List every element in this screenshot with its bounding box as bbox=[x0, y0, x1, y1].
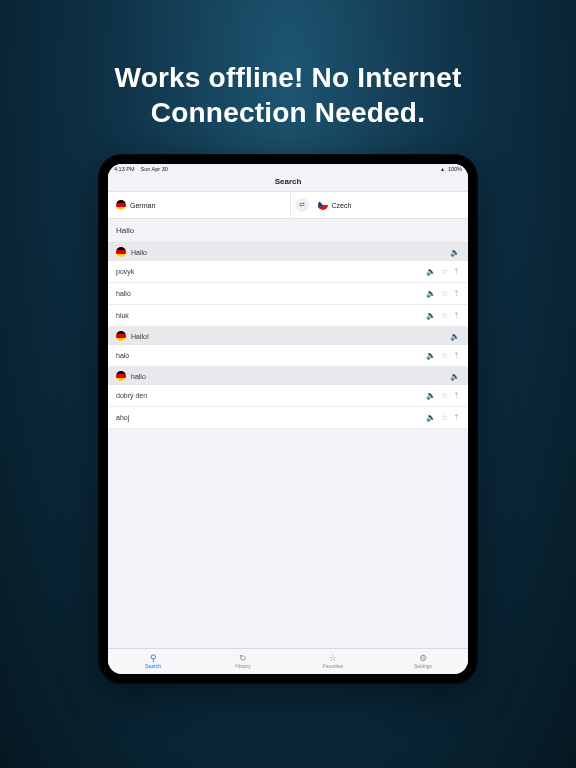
tablet-screen: 4:13 PM Sun Apr 30 ▴ 100% Search German … bbox=[108, 164, 468, 674]
share-icon[interactable]: ⇡ bbox=[453, 413, 460, 422]
star-icon: ☆ bbox=[329, 654, 337, 663]
share-icon[interactable]: ⇡ bbox=[453, 351, 460, 360]
czech-flag-icon bbox=[318, 200, 328, 210]
result-row[interactable]: ahoj 🔈 ☆ ⇡ bbox=[108, 407, 468, 429]
german-flag-icon bbox=[116, 200, 126, 210]
target-language-label: Czech bbox=[332, 202, 352, 209]
tab-favorites[interactable]: ☆ Favorites bbox=[288, 649, 378, 674]
favorite-icon[interactable]: ☆ bbox=[441, 413, 448, 422]
hero-line-1: Works offline! No Internet bbox=[30, 60, 546, 95]
favorite-icon[interactable]: ☆ bbox=[441, 267, 448, 276]
share-icon[interactable]: ⇡ bbox=[453, 267, 460, 276]
result-row[interactable]: hluk 🔈 ☆ ⇡ bbox=[108, 305, 468, 327]
speaker-icon[interactable]: 🔈 bbox=[450, 248, 460, 257]
speaker-icon[interactable]: 🔈 bbox=[426, 267, 436, 276]
result-row[interactable]: haló 🔈 ☆ ⇡ bbox=[108, 345, 468, 367]
battery-icon: 100% bbox=[448, 166, 462, 172]
search-query-text: Hallo bbox=[116, 226, 134, 235]
result-group-header: hallo 🔈 bbox=[108, 367, 468, 385]
share-icon[interactable]: ⇡ bbox=[453, 311, 460, 320]
group-word: Hallo! bbox=[131, 333, 149, 340]
history-icon: ↻ bbox=[239, 654, 247, 663]
status-date: Sun Apr 30 bbox=[141, 166, 168, 172]
favorite-icon[interactable]: ☆ bbox=[441, 289, 448, 298]
translation-text: dobrý den bbox=[116, 392, 147, 399]
german-flag-icon bbox=[116, 247, 126, 257]
nav-title: Search bbox=[108, 174, 468, 191]
group-word: Hallo bbox=[131, 249, 147, 256]
source-language-button[interactable]: German bbox=[108, 192, 290, 218]
tab-label: Favorites bbox=[323, 663, 344, 669]
source-language-label: German bbox=[130, 202, 155, 209]
hero-headline: Works offline! No Internet Connection Ne… bbox=[0, 0, 576, 154]
speaker-icon[interactable]: 🔈 bbox=[426, 351, 436, 360]
status-left: 4:13 PM Sun Apr 30 bbox=[114, 166, 441, 172]
status-right: ▴ 100% bbox=[441, 166, 462, 172]
german-flag-icon bbox=[116, 331, 126, 341]
result-group-header: Hallo 🔈 bbox=[108, 243, 468, 261]
speaker-icon[interactable]: 🔈 bbox=[450, 372, 460, 381]
tab-label: Search bbox=[145, 663, 161, 669]
hero-line-2: Connection Needed. bbox=[30, 95, 546, 130]
target-language-button[interactable]: ⇄ Czech bbox=[290, 192, 469, 218]
speaker-icon[interactable]: 🔈 bbox=[450, 332, 460, 341]
language-selector-row: German ⇄ Czech bbox=[108, 191, 468, 219]
tab-label: History bbox=[235, 663, 251, 669]
translation-text: hluk bbox=[116, 312, 129, 319]
group-word: hallo bbox=[131, 373, 146, 380]
share-icon[interactable]: ⇡ bbox=[453, 289, 460, 298]
search-input[interactable]: Hallo bbox=[108, 219, 468, 243]
status-bar: 4:13 PM Sun Apr 30 ▴ 100% bbox=[108, 164, 468, 174]
favorite-icon[interactable]: ☆ bbox=[441, 391, 448, 400]
gear-icon: ⚙ bbox=[419, 654, 427, 663]
share-icon[interactable]: ⇡ bbox=[453, 391, 460, 400]
translation-text: halló bbox=[116, 290, 131, 297]
favorite-icon[interactable]: ☆ bbox=[441, 311, 448, 320]
tab-history[interactable]: ↻ History bbox=[198, 649, 288, 674]
result-row[interactable]: halló 🔈 ☆ ⇡ bbox=[108, 283, 468, 305]
result-group-header: Hallo! 🔈 bbox=[108, 327, 468, 345]
search-icon: ⚲ bbox=[150, 654, 157, 663]
status-time: 4:13 PM bbox=[114, 166, 134, 172]
translation-text: ahoj bbox=[116, 414, 129, 421]
favorite-icon[interactable]: ☆ bbox=[441, 351, 448, 360]
tab-label: Settings bbox=[414, 663, 432, 669]
wifi-icon: ▴ bbox=[441, 166, 444, 172]
tablet-frame: 4:13 PM Sun Apr 30 ▴ 100% Search German … bbox=[98, 154, 478, 684]
translation-text: haló bbox=[116, 352, 129, 359]
swap-languages-icon[interactable]: ⇄ bbox=[295, 198, 309, 212]
tab-search[interactable]: ⚲ Search bbox=[108, 649, 198, 674]
speaker-icon[interactable]: 🔈 bbox=[426, 289, 436, 298]
results-list[interactable]: Hallo 🔈 povyk 🔈 ☆ ⇡ halló 🔈 ☆ ⇡ bbox=[108, 243, 468, 648]
speaker-icon[interactable]: 🔈 bbox=[426, 391, 436, 400]
speaker-icon[interactable]: 🔈 bbox=[426, 413, 436, 422]
result-row[interactable]: dobrý den 🔈 ☆ ⇡ bbox=[108, 385, 468, 407]
speaker-icon[interactable]: 🔈 bbox=[426, 311, 436, 320]
result-row[interactable]: povyk 🔈 ☆ ⇡ bbox=[108, 261, 468, 283]
tab-bar: ⚲ Search ↻ History ☆ Favorites ⚙ Setting… bbox=[108, 648, 468, 674]
german-flag-icon bbox=[116, 371, 126, 381]
translation-text: povyk bbox=[116, 268, 134, 275]
tab-settings[interactable]: ⚙ Settings bbox=[378, 649, 468, 674]
